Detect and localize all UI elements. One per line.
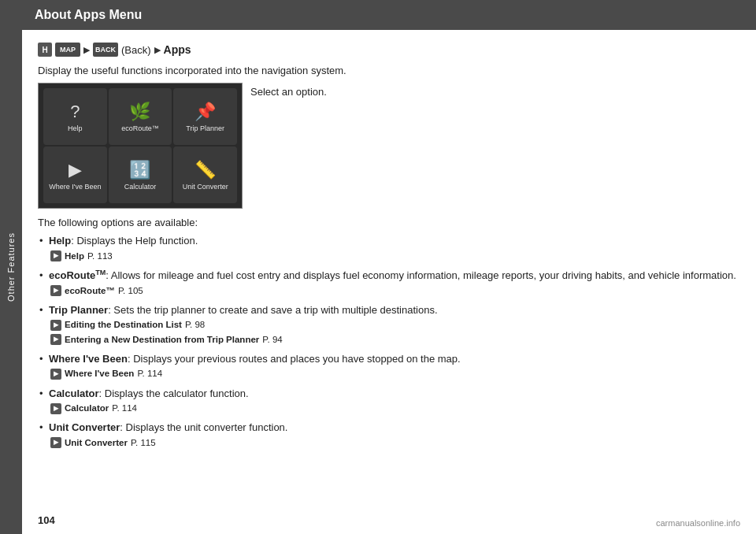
app-cell: ▶Where I've Been (43, 146, 107, 203)
back-icon: BACK (93, 43, 118, 57)
header-title: About Apps Menu (35, 8, 142, 22)
ref-item: ▶ecoRoute™ P. 105 (50, 284, 740, 298)
back-label: (Back) (121, 44, 151, 56)
ref-page: P. 113 (87, 250, 113, 263)
feature-description: : Displays the Help function. (71, 235, 198, 247)
ref-page: P. 114 (137, 367, 162, 380)
main-content: About Apps Menu H MAP ▶ BACK (Back) ▶ Ap… (22, 0, 756, 534)
list-item: Where I've Been: Displays your previous … (38, 351, 740, 381)
feature-description: : Displays your previous routes and plac… (128, 353, 461, 365)
app-cell-name: Trip Planner (186, 124, 224, 132)
ref-icon: ▶ (50, 334, 61, 345)
ref-page: P. 115 (131, 436, 156, 450)
ref-icon: ▶ (50, 437, 61, 448)
ref-label: Unit Converter (65, 436, 128, 450)
following-text: The following options are available: (38, 217, 740, 228)
ref-icon: ▶ (50, 285, 61, 296)
ref-item: ▶Help P. 113 (50, 250, 740, 263)
ref-label: Help (65, 250, 84, 263)
app-cell-name: Unit Converter (183, 183, 228, 191)
feature-label: Calculator (49, 388, 99, 399)
feature-label: ecoRouteTM (49, 269, 106, 281)
feature-label: Where I've Been (49, 353, 128, 365)
app-cell: 📏Unit Converter (173, 146, 237, 203)
ref-item: ▶Calculator P. 114 (50, 402, 740, 415)
ref-page: P. 105 (118, 284, 143, 298)
ref-label: Where I've Been (65, 367, 134, 380)
feature-label: Help (49, 235, 71, 247)
app-cell-name: ecoRoute™ (121, 124, 159, 132)
ref-item: ▶Unit Converter P. 115 (50, 436, 740, 450)
sidebar: Other Features (0, 0, 22, 534)
app-cell: 📌Trip Planner (173, 88, 237, 145)
ref-icon: ▶ (50, 320, 61, 331)
list-item: Calculator: Displays the calculator func… (38, 386, 740, 416)
app-cell: ?Help (43, 88, 107, 145)
feature-description: : Allows for mileage and fuel cost entry… (106, 269, 736, 281)
app-cell: 🔢Calculator (109, 146, 172, 203)
app-cell: 🌿ecoRoute™ (109, 88, 172, 145)
content-area: H MAP ▶ BACK (Back) ▶ Apps Display the u… (22, 30, 756, 534)
ref-item: ▶Where I've Been P. 114 (50, 367, 740, 380)
list-item: ecoRouteTM: Allows for mileage and fuel … (38, 268, 740, 298)
app-cell-icon: 📏 (195, 160, 216, 180)
ref-label: Entering a New Destination from Trip Pla… (65, 333, 259, 347)
apps-screenshot: ?Help🌿ecoRoute™📌Trip Planner▶Where I've … (38, 83, 243, 209)
ref-icon: ▶ (50, 369, 61, 380)
app-cell-name: Help (68, 124, 83, 132)
list-item: Unit Converter: Displays the unit conver… (38, 420, 740, 450)
home-icon: H (38, 43, 52, 57)
feature-list: Help: Displays the Help function.▶Help P… (38, 233, 740, 450)
page-header: About Apps Menu (22, 0, 756, 30)
sidebar-label: Other Features (6, 232, 16, 302)
app-cell-icon: 🔢 (129, 160, 150, 180)
feature-description: : Displays the calculator function. (99, 388, 249, 399)
breadcrumb: H MAP ▶ BACK (Back) ▶ Apps (38, 43, 740, 57)
watermark: carmanualsonline.info (656, 518, 740, 528)
ref-icon: ▶ (50, 403, 61, 414)
app-cell-name: Calculator (124, 183, 157, 191)
list-item: Help: Displays the Help function.▶Help P… (38, 233, 740, 263)
ref-label: Calculator (65, 402, 109, 415)
app-cell-icon: ▶ (69, 160, 82, 180)
app-cell-icon: ? (70, 102, 80, 122)
ref-page: P. 114 (112, 402, 137, 415)
feature-label: Trip Planner (49, 304, 108, 316)
app-cell-name: Where I've Been (49, 183, 101, 191)
ref-page: P. 98 (185, 318, 205, 332)
feature-description: : Sets the trip planner to create and sa… (108, 304, 437, 316)
feature-label: Unit Converter (49, 421, 120, 433)
ref-icon: ▶ (50, 250, 61, 261)
ref-page: P. 94 (262, 333, 282, 347)
ref-label: Editing the Destination List (65, 318, 182, 332)
ref-item: ▶Entering a New Destination from Trip Pl… (50, 333, 740, 347)
app-cell-icon: 🌿 (129, 102, 150, 122)
page-number: 104 (38, 514, 55, 526)
select-option-text: Select an option. (250, 83, 327, 98)
apps-label: Apps (164, 43, 191, 56)
app-cell-icon: 📌 (195, 102, 216, 122)
description-text: Display the useful functions incorporate… (38, 65, 740, 76)
screenshot-row: ?Help🌿ecoRoute™📌Trip Planner▶Where I've … (38, 83, 740, 209)
nav-arrow-1: ▶ (83, 45, 90, 55)
ref-item: ▶Editing the Destination List P. 98 (50, 318, 740, 332)
nav-arrow-2: ▶ (154, 45, 161, 55)
list-item: Trip Planner: Sets the trip planner to c… (38, 302, 740, 347)
feature-description: : Displays the unit converter function. (120, 421, 287, 433)
ref-label: ecoRoute™ (65, 284, 115, 298)
map-icon: MAP (55, 43, 80, 57)
